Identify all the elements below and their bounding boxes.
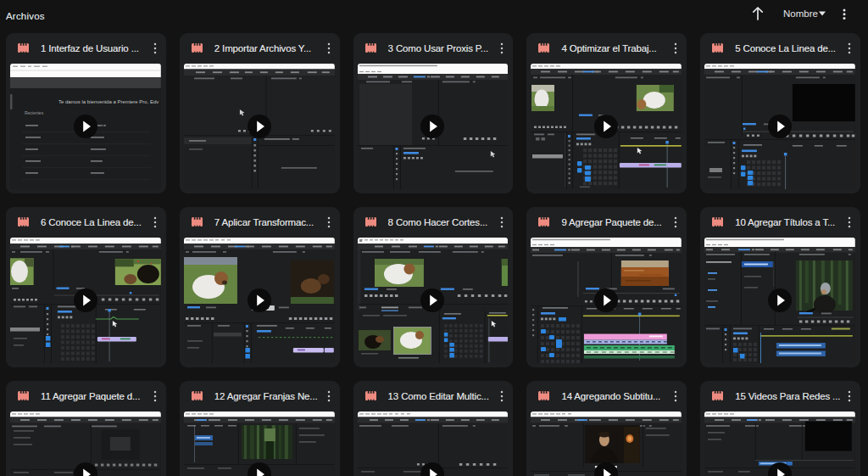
- svg-text:Recientes: Recientes: [25, 110, 44, 115]
- svg-text:Te damos la bienvenida a Premi: Te damos la bienvenida a Premiere Pro, E…: [58, 99, 159, 104]
- svg-text:Nombre: Nombre: [783, 8, 818, 19]
